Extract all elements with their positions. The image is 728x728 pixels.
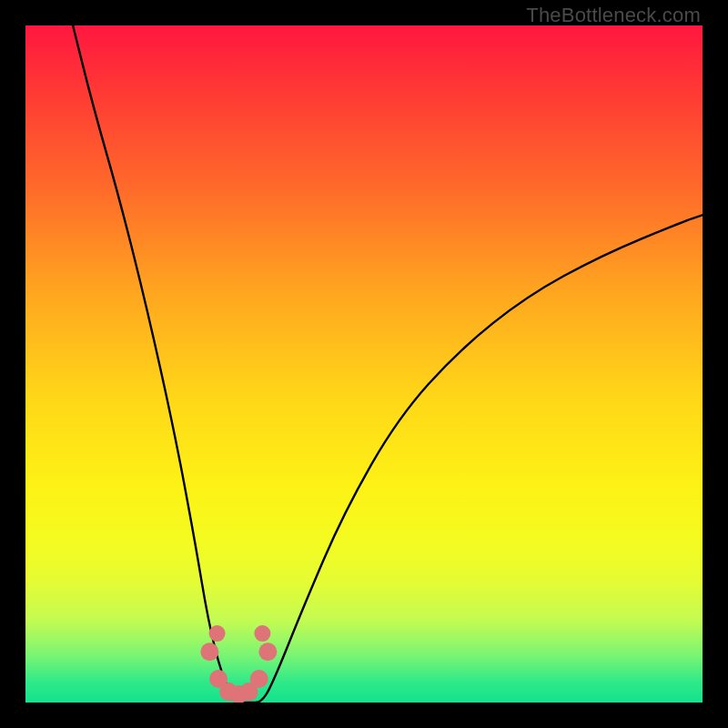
trough-markers (200, 625, 277, 703)
trough-marker (209, 625, 226, 642)
bottleneck-curve (73, 25, 703, 703)
chart-frame: TheBottleneck.com (0, 0, 728, 728)
trough-marker (258, 642, 277, 661)
trough-marker (250, 670, 268, 688)
trough-marker (200, 642, 218, 661)
trough-marker (254, 625, 270, 642)
watermark-credit: TheBottleneck.com (526, 4, 701, 27)
chart-plot-area (25, 25, 703, 703)
chart-svg (25, 25, 703, 703)
